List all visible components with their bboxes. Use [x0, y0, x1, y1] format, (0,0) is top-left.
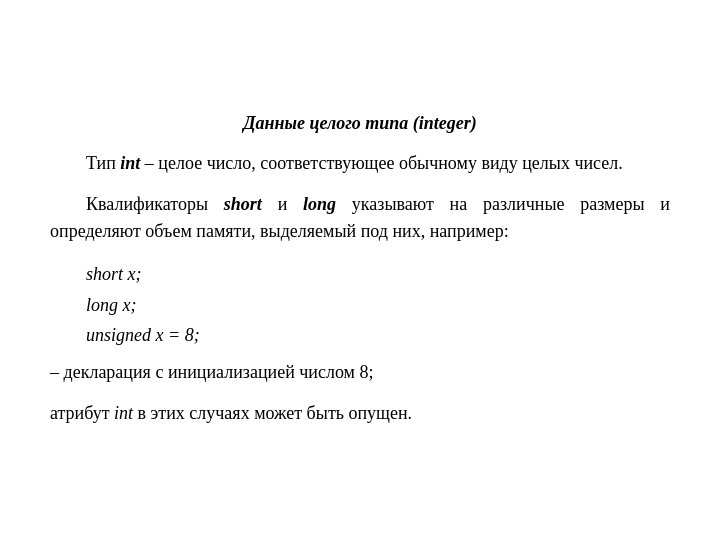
paragraph-1: Тип int – целое число, соответствующее о… [50, 150, 670, 177]
para2-keyword-long: long [303, 194, 336, 214]
para2-keyword-short: short [224, 194, 262, 214]
attr-note-suffix: в этих случаях может быть опущен. [133, 403, 412, 423]
attr-note-keyword-int: int [114, 403, 133, 423]
code-block: short x; long x; unsigned x = 8; [86, 259, 670, 351]
para2-and: и [262, 194, 303, 214]
attr-note-prefix: атрибут [50, 403, 114, 423]
title-prefix: Данные целого типа ( [243, 113, 419, 133]
para1-prefix: Тип [86, 153, 120, 173]
code-line-2: long x; [86, 290, 670, 321]
para2-prefix: Квалификаторы [86, 194, 224, 214]
title-keyword: integer [419, 113, 471, 133]
para1-middle: – целое число, соответствующее обычному … [140, 153, 622, 173]
title-suffix: ) [471, 113, 477, 133]
main-content: Данные целого типа (integer) Тип int – ц… [40, 93, 680, 447]
code-line-1: short x; [86, 259, 670, 290]
para1-keyword-int: int [120, 153, 140, 173]
attr-note: атрибут int в этих случаях может быть оп… [50, 400, 670, 427]
page-title: Данные целого типа (integer) [50, 113, 670, 134]
code-line-3: unsigned x = 8; [86, 320, 670, 351]
paragraph-2: Квалификаторы short и long указывают на … [50, 191, 670, 245]
declaration-note: – декларация с инициализацией числом 8; [50, 359, 670, 386]
